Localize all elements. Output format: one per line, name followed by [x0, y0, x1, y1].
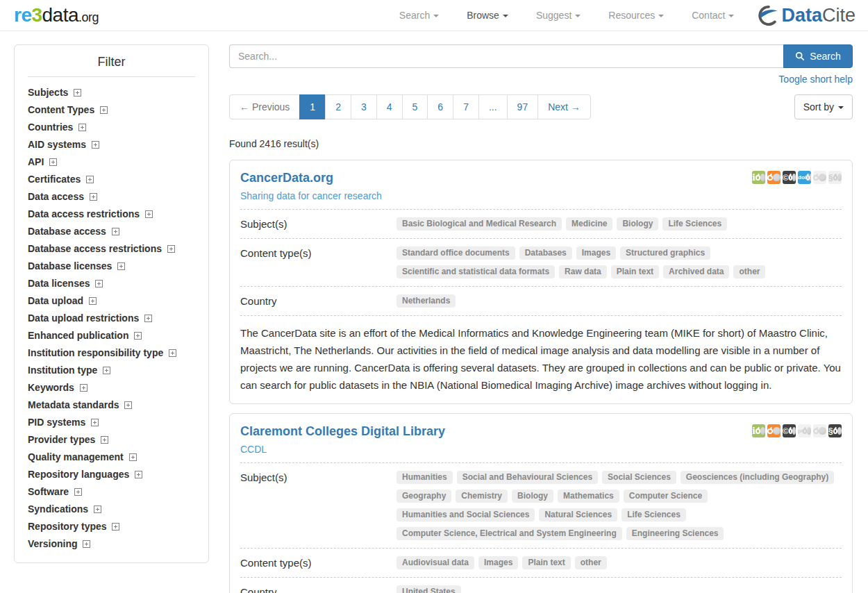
expand-plus-icon[interactable] [49, 158, 57, 166]
expand-plus-icon[interactable] [100, 106, 108, 114]
logo-part-data: data [42, 4, 79, 26]
filter-category-data-access[interactable]: Data access [28, 188, 195, 206]
globe-icon[interactable] [813, 171, 826, 184]
filter-category-institution-responsibility-type[interactable]: Institution responsibility type [28, 344, 195, 362]
filter-category-data-upload[interactable]: Data upload [28, 292, 195, 310]
expand-plus-icon[interactable] [74, 89, 81, 97]
filter-category-syndications[interactable]: Syndications [28, 501, 195, 518]
pid-icon[interactable]: pi [798, 424, 811, 437]
expand-plus-icon[interactable] [112, 523, 119, 531]
tag-badge: Archived data [663, 265, 729, 278]
open-access-icon[interactable] [767, 424, 781, 437]
copyright-icon[interactable]: © [783, 171, 796, 184]
expand-plus-icon[interactable] [94, 506, 101, 513]
attribute-label: Subject(s) [240, 217, 397, 231]
repository-title-link[interactable]: Claremont Colleges Digital Library [240, 424, 445, 439]
repository-subtitle-link[interactable]: Sharing data for cancer research [240, 190, 382, 201]
expand-plus-icon[interactable] [78, 124, 86, 131]
doi-icon[interactable]: doi [798, 171, 811, 184]
filter-category-database-licenses[interactable]: Database licenses [28, 258, 195, 275]
caret-down-icon [728, 15, 734, 17]
open-access-icon[interactable] [767, 171, 781, 184]
page-7[interactable]: 7 [453, 94, 479, 119]
search-input[interactable] [229, 44, 783, 68]
paragraph-icon[interactable]: § [828, 424, 842, 437]
nav-item-suggest[interactable]: Suggest [536, 10, 581, 21]
filter-category-repository-types[interactable]: Repository types [28, 518, 195, 535]
filter-category-api[interactable]: API [28, 153, 195, 171]
expand-plus-icon[interactable] [112, 228, 119, 235]
page-6[interactable]: 6 [427, 94, 453, 119]
expand-plus-icon[interactable] [86, 176, 94, 183]
tag-badge: Social and Behavioural Sciences [457, 471, 598, 484]
filter-category-certificates[interactable]: Certificates [28, 171, 195, 188]
nav-item-browse[interactable]: Browse [467, 10, 508, 21]
filter-category-label: Data licenses [28, 278, 92, 289]
page-3[interactable]: 3 [351, 94, 377, 119]
filter-category-database-access[interactable]: Database access [28, 223, 195, 240]
expand-plus-icon[interactable] [74, 488, 82, 496]
filter-category-data-upload-restrictions[interactable]: Data upload restrictions [28, 310, 195, 327]
filter-category-countries[interactable]: Countries [28, 119, 195, 136]
filter-category-versioning[interactable]: Versioning [28, 535, 195, 553]
page-97[interactable]: 97 [507, 94, 539, 119]
expand-plus-icon[interactable] [80, 384, 87, 392]
re3data-logo[interactable]: re3data.org [14, 6, 99, 25]
page-prev[interactable]: ← Previous [229, 94, 300, 119]
nav-item-resources[interactable]: Resources [608, 10, 664, 21]
expand-plus-icon[interactable] [103, 367, 110, 374]
expand-plus-icon[interactable] [169, 349, 176, 357]
repository-title-link[interactable]: CancerData.org [240, 171, 382, 185]
expand-plus-icon[interactable] [91, 419, 99, 426]
filter-category-repository-languages[interactable]: Repository languages [28, 466, 195, 483]
filter-category-keywords[interactable]: Keywords [28, 379, 195, 396]
expand-plus-icon[interactable] [129, 453, 137, 461]
filter-category-institution-type[interactable]: Institution type [28, 362, 195, 379]
copyright-icon[interactable]: © [783, 424, 796, 437]
search-button[interactable]: Search [783, 44, 853, 68]
globe-icon[interactable] [813, 424, 826, 437]
expand-plus-icon[interactable] [167, 245, 175, 253]
expand-plus-icon[interactable] [134, 332, 142, 340]
sort-by-button[interactable]: Sort by [794, 94, 853, 119]
page-5[interactable]: 5 [402, 94, 428, 119]
repository-subtitle-link[interactable]: CCDL [240, 444, 445, 455]
page-4[interactable]: 4 [376, 94, 403, 119]
expand-plus-icon[interactable] [83, 540, 90, 548]
filter-category-data-access-restrictions[interactable]: Data access restrictions [28, 206, 195, 223]
filter-category-aid-systems[interactable]: AID systems [28, 136, 195, 153]
datacite-logo[interactable]: DataCite [758, 5, 856, 26]
nav-item-contact[interactable]: Contact [692, 10, 734, 21]
logo-part-re: re [14, 4, 31, 26]
filter-category-software[interactable]: Software [28, 483, 195, 501]
expand-plus-icon[interactable] [92, 141, 99, 149]
filter-category-data-licenses[interactable]: Data licenses [28, 275, 195, 292]
open-lock-icon [813, 428, 819, 434]
expand-plus-icon[interactable] [101, 436, 108, 444]
expand-plus-icon[interactable] [144, 315, 152, 322]
filter-category-quality-management[interactable]: Quality management [28, 449, 195, 466]
filter-category-metadata-standards[interactable]: Metadata standards [28, 396, 195, 414]
expand-plus-icon[interactable] [95, 280, 103, 287]
filter-category-enhanced-publication[interactable]: Enhanced publication [28, 327, 195, 344]
nav-item-search[interactable]: Search [399, 10, 439, 21]
expand-plus-icon[interactable] [145, 210, 153, 218]
page-next[interactable]: Next → [537, 94, 591, 119]
expand-plus-icon[interactable] [117, 262, 125, 270]
filter-category-pid-systems[interactable]: PID systems [28, 414, 195, 431]
toggle-short-help-link[interactable]: Toogle short help [778, 74, 853, 85]
info-icon[interactable]: i [752, 171, 765, 184]
expand-plus-icon[interactable] [124, 401, 132, 409]
page-1[interactable]: 1 [299, 94, 326, 119]
expand-plus-icon[interactable] [89, 297, 97, 305]
filter-category-content-types[interactable]: Content Types [28, 101, 195, 119]
paragraph-icon[interactable]: § [828, 171, 842, 184]
tag-badge: Medicine [566, 217, 612, 231]
filter-category-database-access-restrictions[interactable]: Database access restrictions [28, 240, 195, 258]
filter-category-provider-types[interactable]: Provider types [28, 431, 195, 449]
expand-plus-icon[interactable] [135, 471, 142, 478]
page-2[interactable]: 2 [325, 94, 351, 119]
expand-plus-icon[interactable] [90, 193, 97, 201]
filter-category-subjects[interactable]: Subjects [28, 84, 195, 101]
info-icon[interactable]: i [752, 424, 765, 437]
